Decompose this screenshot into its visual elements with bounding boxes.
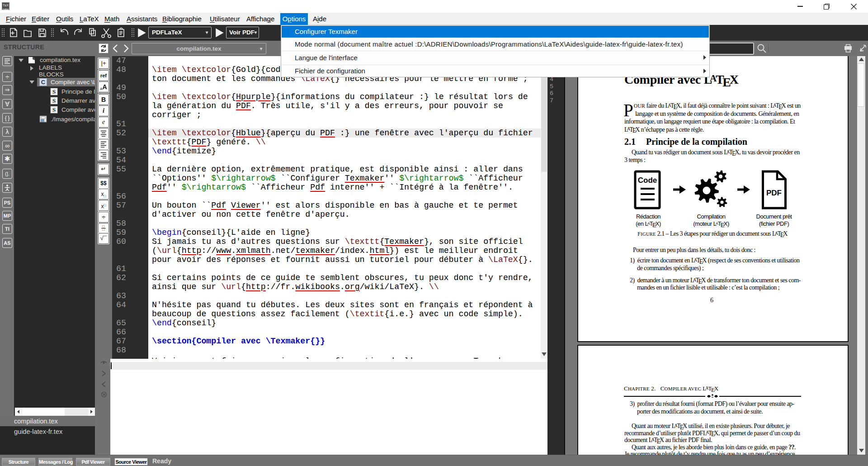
svg-text:Code: Code <box>638 176 657 185</box>
svg-text:PDF: PDF <box>766 189 782 197</box>
